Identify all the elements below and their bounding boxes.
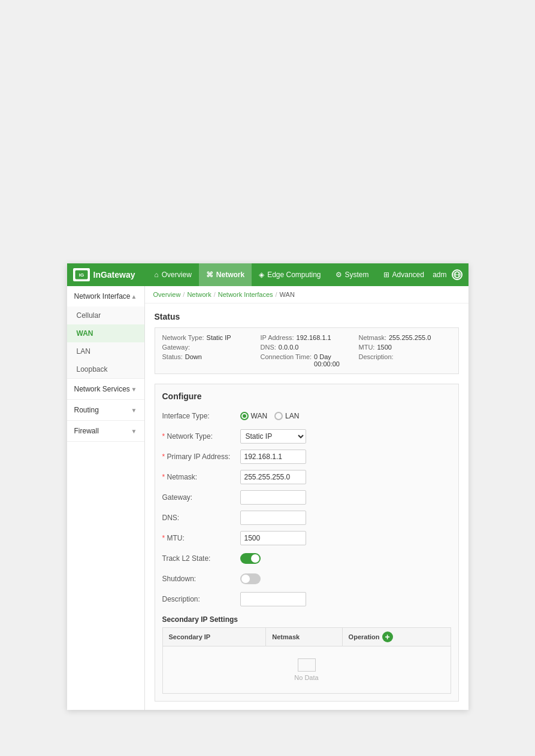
status-connection-time: Connection Time: 0 Day 00:00:00 — [261, 353, 353, 368]
status-description: Description: — [359, 353, 451, 368]
radio-dot-wan — [240, 412, 249, 420]
main-layout: Network Interface ▲ Cellular WAN LAN — [67, 286, 468, 710]
nav-system[interactable]: ⚙ System — [328, 263, 376, 286]
sidebar-item-lan[interactable]: LAN — [67, 342, 144, 360]
dns-input[interactable] — [240, 511, 306, 525]
globe-icon[interactable] — [452, 269, 463, 280]
brand-icon: IG — [73, 268, 90, 281]
no-data-row: No Data — [162, 646, 451, 694]
sidebar-section-header-routing[interactable]: Routing ▼ — [67, 400, 144, 420]
ip-table-body: No Data — [162, 646, 451, 694]
system-icon: ⚙ — [335, 271, 342, 279]
add-secondary-ip-button[interactable]: + — [382, 631, 393, 642]
status-status: Status: Down — [162, 353, 255, 368]
status-ip-address: IP Address: 192.168.1.1 — [261, 334, 353, 341]
chevron-down-icon-firewall: ▼ — [131, 428, 137, 435]
no-data-cell: No Data — [162, 646, 451, 694]
navbar-menu: ⌂ Overview ⌘ Network ◈ Edge Computing ⚙ … — [147, 263, 433, 286]
nav-advanced[interactable]: ⊞ Advanced — [376, 263, 431, 286]
app-container: IG InGateway ⌂ Overview ⌘ Network ◈ Edge… — [67, 263, 468, 710]
form-row-description: Description: — [162, 591, 451, 607]
navbar-right: adm — [433, 269, 462, 280]
col-operation: Operation + — [342, 628, 451, 646]
status-network-type: Network Type: Static IP — [162, 334, 255, 341]
chevron-down-icon-routing: ▼ — [131, 407, 137, 414]
mtu-label: * MTU: — [162, 534, 240, 542]
sidebar-item-cellular[interactable]: Cellular — [67, 306, 144, 324]
no-data-text: No Data — [175, 674, 439, 681]
sidebar-section-header-network-services[interactable]: Network Services ▼ — [67, 379, 144, 399]
svg-text:IG: IG — [78, 272, 83, 278]
chevron-up-icon: ▲ — [131, 293, 137, 300]
nav-network[interactable]: ⌘ Network — [199, 263, 252, 286]
form-row-shutdown: Shutdown: — [162, 571, 451, 587]
gateway-label: Gateway: — [162, 493, 240, 502]
sidebar-item-wan[interactable]: WAN — [67, 324, 144, 342]
track-l2-toggle-knob — [251, 554, 259, 563]
shutdown-toggle[interactable] — [240, 573, 261, 584]
secondary-ip-section: Secondary IP Settings Secondary IP Netma… — [162, 615, 451, 694]
primary-ip-label: * Primary IP Address: — [162, 453, 240, 461]
secondary-ip-table: Secondary IP Netmask Operation — [162, 627, 451, 694]
configure-section: Configure Interface Type: WAN — [155, 384, 459, 702]
sidebar-section-routing: Routing ▼ — [67, 400, 144, 421]
brand-name: InGateway — [93, 270, 135, 280]
description-input[interactable] — [240, 592, 306, 606]
sidebar-section-firewall: Firewall ▼ — [67, 421, 144, 442]
content-body: Status Network Type: Static IP IP Addres… — [145, 303, 468, 710]
track-l2-toggle[interactable] — [240, 553, 261, 564]
status-dns: DNS: 0.0.0.0 — [261, 344, 353, 351]
form-row-dns: DNS: — [162, 510, 451, 526]
breadcrumb-network[interactable]: Network — [187, 291, 211, 298]
breadcrumb-network-interfaces[interactable]: Network Interfaces — [218, 291, 273, 298]
status-grid: Network Type: Static IP IP Address: 192.… — [155, 327, 459, 374]
nav-edge-computing[interactable]: ◈ Edge Computing — [252, 263, 328, 286]
sidebar-section-header-network-interface[interactable]: Network Interface ▲ — [67, 286, 144, 306]
shutdown-toggle-knob — [241, 575, 250, 583]
no-data-icon — [298, 658, 316, 672]
col-netmask: Netmask — [266, 628, 342, 646]
sidebar-item-loopback[interactable]: Loopback — [67, 360, 144, 378]
network-icon: ⌘ — [206, 271, 213, 279]
breadcrumb-wan: WAN — [280, 291, 295, 298]
status-mtu: MTU: 1500 — [359, 344, 451, 351]
page-wrapper: IG InGateway ⌂ Overview ⌘ Network ◈ Edge… — [0, 24, 535, 710]
sidebar-items-network-interface: Cellular WAN LAN Loopback — [67, 306, 144, 378]
nav-overview[interactable]: ⌂ Overview — [147, 263, 199, 286]
dns-label: DNS: — [162, 514, 240, 522]
mtu-input[interactable] — [240, 531, 306, 545]
sidebar-section-header-firewall[interactable]: Firewall ▼ — [67, 421, 144, 441]
netmask-input[interactable] — [240, 470, 306, 484]
sidebar: Network Interface ▲ Cellular WAN LAN — [67, 286, 145, 710]
username: adm — [433, 271, 446, 279]
form-row-interface-type: Interface Type: WAN LAN — [162, 408, 451, 424]
breadcrumb-overview[interactable]: Overview — [153, 291, 181, 298]
form-row-mtu: * MTU: — [162, 530, 451, 546]
advanced-icon: ⊞ — [383, 271, 389, 279]
status-title: Status — [155, 312, 459, 321]
edge-icon: ◈ — [259, 271, 264, 279]
radio-wan[interactable]: WAN — [240, 412, 268, 420]
network-type-select[interactable]: Static IP — [240, 429, 306, 444]
sidebar-section-network-interface: Network Interface ▲ Cellular WAN LAN — [67, 286, 144, 379]
form-row-primary-ip: * Primary IP Address: — [162, 449, 451, 464]
interface-type-label: Interface Type: — [162, 412, 240, 420]
track-l2-label: Track L2 State: — [162, 554, 240, 563]
form-row-track-l2: Track L2 State: — [162, 551, 451, 566]
description-label: Description: — [162, 595, 240, 603]
content: Overview / Network / Network Interfaces … — [145, 286, 468, 710]
navbar-brand: IG InGateway — [73, 268, 135, 281]
chevron-down-icon: ▼ — [131, 386, 137, 393]
radio-lan[interactable]: LAN — [274, 412, 299, 420]
shutdown-label: Shutdown: — [162, 575, 240, 583]
home-icon: ⌂ — [155, 271, 159, 279]
ip-table-header: Secondary IP Netmask Operation — [162, 628, 451, 646]
primary-ip-input[interactable] — [240, 450, 306, 464]
status-netmask: Netmask: 255.255.255.0 — [359, 334, 451, 341]
gateway-input[interactable] — [240, 490, 306, 505]
sidebar-section-network-services: Network Services ▼ — [67, 379, 144, 400]
radio-dot-lan — [274, 412, 283, 420]
form-row-network-type: * Network Type: Static IP — [162, 429, 451, 444]
form-row-gateway: Gateway: — [162, 490, 451, 505]
secondary-ip-title: Secondary IP Settings — [162, 615, 451, 624]
